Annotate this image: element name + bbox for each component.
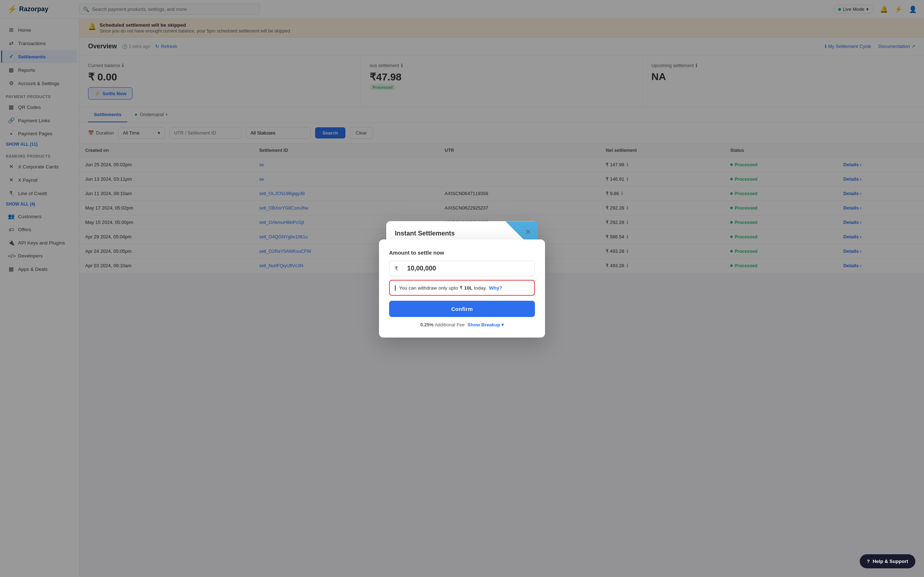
chevron-down-breakup-icon: ▾ <box>501 322 504 327</box>
confirm-button[interactable]: Confirm <box>389 301 535 317</box>
cursor-blink: | <box>395 285 397 291</box>
help-support-button[interactable]: ? Help & Support <box>860 554 916 568</box>
why-link[interactable]: Why? <box>489 285 502 291</box>
withdrawal-warning-box: | You can withdraw only upto ₹ 10L today… <box>389 280 535 296</box>
modal-close-button[interactable]: ✕ <box>525 227 531 236</box>
currency-symbol: ₹ <box>394 265 403 272</box>
amount-settlement-modal: Amount to settle now ₹ | You can withdra… <box>379 239 545 338</box>
warning-amount: 10L <box>464 285 472 291</box>
fee-percentage: 0.25% <box>420 322 433 327</box>
amount-input-row: ₹ <box>389 261 535 276</box>
fee-row: 0.25% Additional Fee Show Breakup ▾ <box>389 322 535 327</box>
amount-label: Amount to settle now <box>389 250 535 256</box>
modal-overlay[interactable]: ✕ Instant Settlements Settle to your ban… <box>0 0 924 577</box>
warning-text-prefix: You can withdraw only upto ₹ 10L today. <box>399 285 487 291</box>
amount-input[interactable] <box>407 265 530 272</box>
help-label: Help & Support <box>873 559 908 564</box>
app-layout: ⚡ Razorpay 🔍 Live Mode ▾ 🔔 ⚡ 👤 ⊞ Home <box>0 0 924 577</box>
fee-text: 0.25% Additional Fee <box>420 322 465 327</box>
show-breakup-button[interactable]: Show Breakup ▾ <box>467 322 504 327</box>
help-icon: ? <box>867 559 870 564</box>
fee-label: Additional Fee <box>435 322 465 327</box>
